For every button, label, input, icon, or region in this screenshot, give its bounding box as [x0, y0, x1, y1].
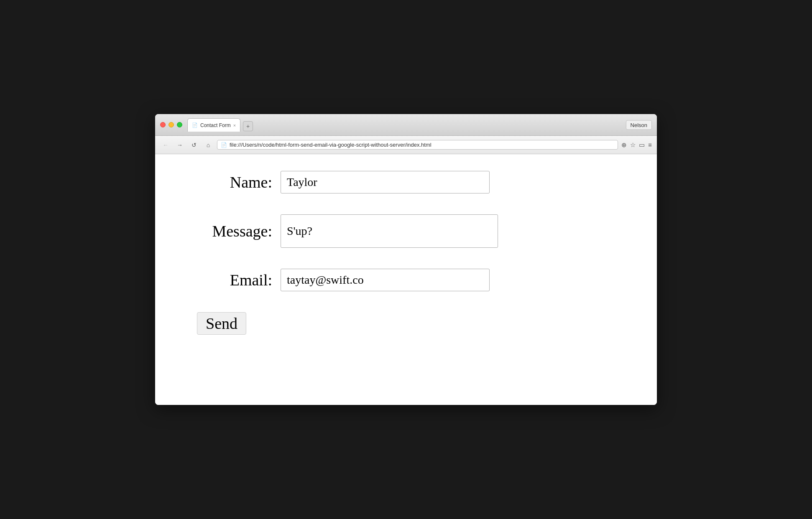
tab-icon: 📄 — [192, 122, 198, 128]
submit-row: Send — [189, 312, 623, 335]
tab-label: Contact Form — [200, 122, 231, 128]
address-file-icon: 📄 — [221, 142, 227, 148]
name-input[interactable] — [281, 171, 490, 193]
back-button[interactable]: ← — [160, 140, 171, 150]
send-button[interactable]: Send — [197, 312, 246, 335]
address-text: file:///Users/n/code/html-form-send-emai… — [230, 142, 614, 148]
page-content: Name: Message: Email: Send — [155, 154, 657, 405]
menu-icon[interactable]: ≡ — [648, 141, 652, 148]
reload-icon: ↺ — [192, 142, 197, 148]
zoom-icon[interactable]: ⊕ — [621, 141, 627, 149]
email-label: Email: — [189, 271, 272, 289]
message-label: Message: — [189, 222, 272, 240]
star-icon[interactable]: ☆ — [630, 141, 636, 149]
minimize-button[interactable] — [169, 122, 174, 127]
forward-button[interactable]: → — [174, 140, 185, 150]
forward-icon: → — [177, 142, 183, 148]
user-button[interactable]: Nelson — [626, 120, 652, 130]
title-bar: 📄 Contact Form × + Nelson — [155, 114, 657, 136]
new-tab-button[interactable]: + — [243, 121, 253, 131]
email-input[interactable] — [281, 269, 490, 291]
active-tab[interactable]: 📄 Contact Form × — [187, 118, 240, 132]
tab-close-icon[interactable]: × — [233, 123, 236, 128]
message-row: Message: — [189, 214, 623, 248]
tabs-area: 📄 Contact Form × + — [187, 118, 652, 131]
back-icon: ← — [163, 142, 169, 148]
nav-icons: ⊕ ☆ ▭ ≡ — [621, 141, 652, 149]
email-row: Email: — [189, 269, 623, 291]
home-button[interactable]: ⌂ — [203, 140, 214, 150]
reload-button[interactable]: ↺ — [189, 140, 199, 150]
name-label: Name: — [189, 173, 272, 191]
browser-window: 📄 Contact Form × + Nelson ← → ↺ ⌂ 📄 file… — [155, 114, 657, 405]
cast-icon[interactable]: ▭ — [639, 141, 645, 149]
name-row: Name: — [189, 171, 623, 193]
home-icon: ⌂ — [207, 142, 210, 148]
nav-bar: ← → ↺ ⌂ 📄 file:///Users/n/code/html-form… — [155, 136, 657, 154]
close-button[interactable] — [160, 122, 166, 127]
maximize-button[interactable] — [177, 122, 182, 127]
address-bar[interactable]: 📄 file:///Users/n/code/html-form-send-em… — [217, 140, 618, 150]
traffic-lights — [160, 122, 182, 127]
message-input[interactable] — [281, 214, 498, 248]
